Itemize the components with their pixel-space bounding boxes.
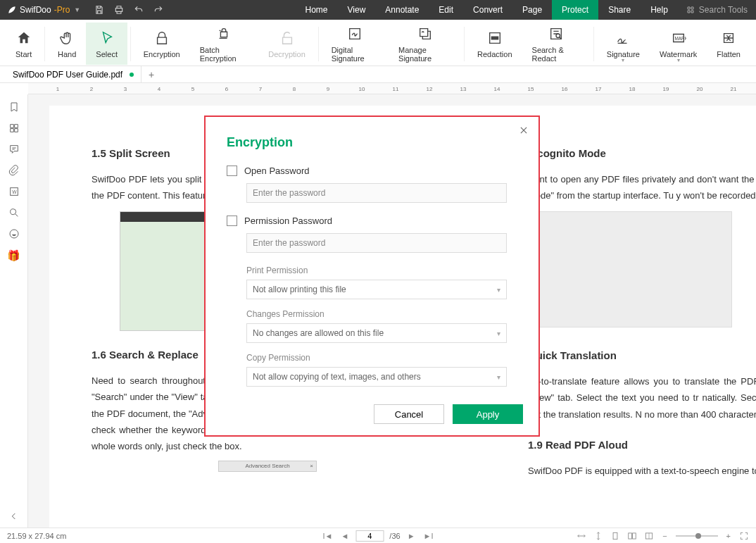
grid-icon: [686, 6, 695, 14]
chevron-down-icon: ▾: [424, 57, 427, 63]
fit-width-icon[interactable]: [577, 531, 586, 541]
menu-share[interactable]: Share: [598, 0, 641, 20]
checkbox-icon[interactable]: [227, 166, 237, 176]
ribbon-manage-signature[interactable]: Manage Signature ▾: [389, 23, 461, 65]
menu-protect[interactable]: Protect: [552, 0, 598, 20]
svg-text:W: W: [12, 189, 17, 194]
title-bar: SwifDoo-Pro ▼ Home View Annotate Edit Co…: [0, 0, 756, 20]
checkbox-icon[interactable]: [227, 216, 237, 226]
svg-rect-8: [633, 532, 636, 538]
ribbon-search-redact[interactable]: Search & Redact: [522, 23, 591, 65]
zoom-in-button[interactable]: +: [725, 532, 732, 540]
add-tab-button[interactable]: +: [141, 69, 161, 80]
search-tools[interactable]: Search Tools: [678, 5, 756, 15]
svg-point-5: [10, 230, 18, 238]
ribbon-decryption: Decryption: [258, 23, 315, 65]
ribbon-signature[interactable]: Signature ▾: [597, 23, 650, 65]
horizontal-ruler: 1234567891011121314151617181920212223242…: [28, 83, 756, 94]
ribbon-digital-signature[interactable]: Digital Signature: [322, 23, 389, 65]
permission-password-input[interactable]: Enter the password: [246, 233, 507, 253]
menu-convert[interactable]: Convert: [463, 0, 512, 20]
attachment-icon[interactable]: [8, 165, 20, 176]
document-tab[interactable]: SwifDoo PDF User Guide.pdf: [0, 66, 141, 82]
ribbon-flatten[interactable]: Flatten: [707, 23, 750, 65]
menu-home[interactable]: Home: [296, 0, 338, 20]
fit-page-icon[interactable]: [593, 531, 603, 541]
ribbon-watermark[interactable]: MARK Watermark ▾: [650, 23, 707, 65]
app-name-2: -Pro: [54, 5, 70, 15]
menu-annotate[interactable]: Annotate: [375, 0, 429, 20]
document-tabs: SwifDoo PDF User Guide.pdf +: [0, 66, 756, 83]
app-logo[interactable]: SwifDoo-Pro ▼: [0, 5, 86, 15]
watermark-icon: MARK: [671, 30, 686, 46]
hand-icon: [59, 30, 75, 46]
page-number-input[interactable]: [355, 530, 384, 542]
chevron-down-icon: ▾: [622, 57, 624, 63]
ribbon-batch-encryption[interactable]: Batch Encryption: [190, 23, 258, 65]
open-password-row[interactable]: Open Password: [227, 166, 517, 176]
ribbon-redaction[interactable]: Redaction: [467, 23, 522, 65]
main-menu: Home View Annotate Edit Convert Page Pro…: [296, 0, 678, 20]
prev-page-button[interactable]: ◄: [339, 532, 350, 540]
menu-help[interactable]: Help: [641, 0, 678, 20]
batch-lock-icon: [216, 26, 232, 42]
chevron-down-icon: ▼: [74, 6, 80, 13]
heading: Incognito Mode: [528, 144, 756, 163]
print-permission-select[interactable]: Not allow printing this file: [246, 280, 507, 299]
ai-icon[interactable]: [8, 228, 20, 239]
redo-icon[interactable]: [153, 5, 163, 15]
apply-button[interactable]: Apply: [453, 404, 523, 424]
collapse-icon[interactable]: [8, 511, 20, 522]
zoom-slider[interactable]: [676, 535, 718, 537]
chevron-down-icon: ▾: [677, 57, 680, 63]
pen-icon: [615, 30, 631, 46]
permission-password-row[interactable]: Permission Password: [227, 216, 517, 226]
word-icon[interactable]: W: [8, 186, 20, 197]
single-page-icon[interactable]: [610, 531, 620, 541]
ribbon-encryption[interactable]: Encryption: [134, 23, 190, 65]
read-mode-icon[interactable]: [644, 531, 654, 541]
flatten-icon: [721, 30, 736, 46]
ribbon-toolbar: Start Hand Select Encryption Batch Encry…: [0, 20, 756, 66]
signature-icon: [347, 26, 363, 42]
paragraph: SwifDoo PDF is equipped with a text-to-s…: [528, 463, 756, 479]
menu-view[interactable]: View: [338, 0, 376, 20]
last-page-button[interactable]: ►I: [422, 532, 435, 540]
menu-edit[interactable]: Edit: [429, 0, 463, 20]
print-icon[interactable]: [114, 5, 124, 15]
svg-rect-6: [613, 532, 617, 539]
save-icon[interactable]: [94, 5, 104, 15]
comment-icon[interactable]: [8, 144, 20, 155]
permission-password-label: Permission Password: [244, 216, 332, 226]
two-page-icon[interactable]: [627, 531, 637, 541]
close-icon[interactable]: [519, 125, 529, 135]
embedded-screenshot: Advanced Search: [218, 461, 317, 472]
zoom-out-button[interactable]: −: [661, 532, 668, 540]
search-icon[interactable]: [8, 207, 20, 218]
open-password-label: Open Password: [244, 166, 310, 176]
changes-permission-select[interactable]: No changes are allowed on this file: [246, 323, 507, 343]
unlock-icon: [279, 30, 295, 46]
app-name-1: SwifDoo: [20, 5, 51, 15]
fullscreen-icon[interactable]: [739, 531, 749, 541]
page-total: /36: [389, 532, 400, 540]
lock-icon: [154, 30, 170, 46]
undo-icon[interactable]: [134, 5, 144, 15]
menu-page[interactable]: Page: [512, 0, 552, 20]
heading: 1.9 Read PDF Aloud: [528, 435, 756, 454]
ribbon-hand[interactable]: Hand: [48, 23, 86, 65]
open-password-input[interactable]: Enter the password: [246, 183, 507, 203]
print-permission-label: Print Permission: [246, 266, 517, 275]
bookmark-icon[interactable]: [8, 101, 20, 113]
ribbon-start[interactable]: Start: [6, 23, 42, 65]
thumbnails-icon[interactable]: [8, 123, 20, 134]
cancel-button[interactable]: Cancel: [374, 404, 444, 424]
gift-icon[interactable]: 🎁: [7, 249, 20, 262]
ribbon-select[interactable]: Select: [86, 23, 127, 65]
changes-permission-label: Changes Permission: [246, 309, 517, 319]
search-tools-placeholder: Search Tools: [699, 5, 748, 15]
copy-permission-select[interactable]: Not allow copying of text, images, and o…: [246, 367, 507, 387]
left-sidebar: W 🎁: [0, 94, 28, 528]
first-page-button[interactable]: I◄: [322, 532, 334, 540]
next-page-button[interactable]: ►: [406, 532, 417, 540]
